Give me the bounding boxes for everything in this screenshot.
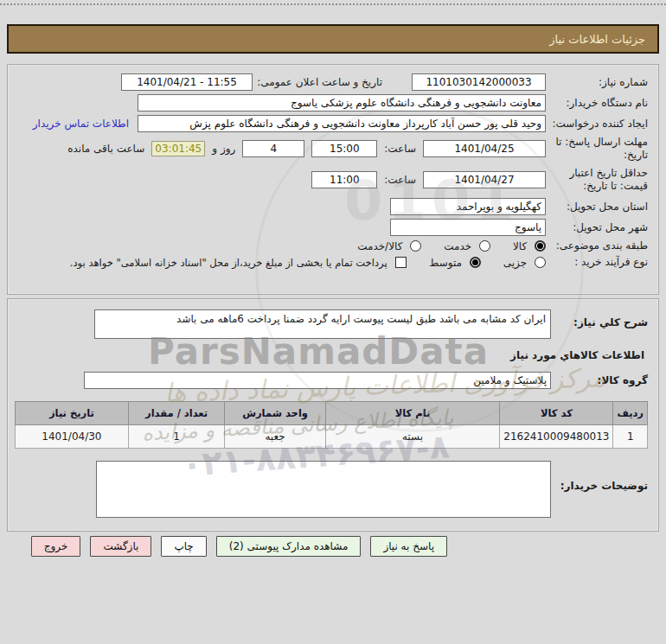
- request-creator-field[interactable]: [138, 115, 546, 132]
- radio-goods-service-icon[interactable]: [410, 240, 421, 252]
- buyer-org-label: نام دستگاه خریدار:: [546, 97, 648, 110]
- radio-minor-label: جزیی: [503, 257, 527, 269]
- row-goods-group: گروه کالا:: [18, 372, 648, 389]
- price-validity-hour-label: ساعت:: [384, 174, 416, 186]
- goods-group-field[interactable]: [84, 372, 551, 389]
- need-number-label: شماره نیاز:: [546, 76, 648, 89]
- header-quantity: تعداد / مقدار: [128, 402, 225, 425]
- process-type-label: نوع فرآیند خرید :: [546, 256, 648, 269]
- print-button[interactable]: چاپ: [161, 536, 206, 557]
- view-attached-docs-button[interactable]: مشاهده مدارک پیوستی (2): [216, 536, 362, 557]
- buyer-contact-link[interactable]: اطلاعات تماس خریدار: [33, 118, 129, 130]
- cell-need-date: 1401/04/30: [16, 425, 129, 449]
- response-deadline-time-field[interactable]: [311, 140, 377, 157]
- action-buttons: پاسخ به نیاز مشاهده مدارک پیوستی (2) چاپ…: [31, 536, 447, 557]
- days-remaining-field[interactable]: [242, 140, 304, 157]
- goods-group-label: گروه کالا:: [551, 374, 648, 386]
- row-process-type: نوع فرآیند خرید : جزیی متوسط پرداخت تمام…: [18, 256, 648, 269]
- buyer-notes-field[interactable]: [96, 461, 551, 518]
- price-validity-label: حداقل تاریخ اعتبار قیمت: تا تاریخ:: [546, 167, 648, 193]
- delivery-city-label: شهر محل تحویل:: [546, 221, 648, 234]
- exit-button[interactable]: خروج: [31, 536, 81, 557]
- cell-goods-code: 2162410009480013: [500, 425, 613, 449]
- row-buyer-notes: توضیحات خریدار:: [18, 461, 648, 518]
- radio-service-label: خدمت: [444, 240, 471, 252]
- radio-medium-label: متوسط: [429, 257, 462, 269]
- radio-goods-label: کالا: [513, 240, 527, 252]
- row-request-creator: ایجاد کننده درخواست: اطلاعات تماس خریدار: [18, 115, 648, 132]
- treasury-checkbox-label: پرداخت تمام یا بخشی از مبلغ خرید،از محل …: [70, 257, 387, 269]
- radio-goods-service-label: کالا/خدمت: [357, 240, 402, 252]
- goods-section-heading: اطلاعات کالاهاي مورد نیاز: [18, 349, 644, 361]
- header-row-number: ردیف: [613, 402, 648, 425]
- row-buyer-org: نام دستگاه خریدار:: [18, 94, 648, 112]
- row-delivery-province: استان محل تحویل:: [18, 198, 648, 215]
- radio-service-icon[interactable]: [479, 240, 490, 252]
- countdown-timer: 03:01:45: [151, 141, 205, 156]
- header-goods-code: کد کالا: [500, 402, 613, 425]
- response-deadline-label: مهلت ارسال پاسخ: تا تاریخ:: [546, 136, 648, 162]
- need-info-panel: شماره نیاز: تاریخ و ساعت اعلان عمومی: نا…: [7, 64, 659, 295]
- row-need-number: شماره نیاز: تاریخ و ساعت اعلان عمومی:: [18, 73, 648, 91]
- cell-row-number: 1: [613, 425, 648, 449]
- subject-class-label: طبقه بندی موضوعی:: [546, 239, 648, 252]
- price-validity-date-field[interactable]: [423, 171, 546, 188]
- process-type-option-minor[interactable]: جزیی: [503, 257, 546, 269]
- top-dotted-divider: [0, 3, 666, 5]
- price-validity-time-field[interactable]: [311, 171, 377, 188]
- header-goods-name: نام کالا: [325, 402, 500, 425]
- buyer-org-field[interactable]: [138, 94, 546, 112]
- back-button[interactable]: بازگشت: [90, 536, 151, 557]
- goods-table-header-row: ردیف کد کالا نام کالا واحد شمارش تعداد /…: [16, 402, 648, 425]
- row-delivery-city: شهر محل تحویل:: [18, 219, 648, 236]
- request-creator-label: ایجاد کننده درخواست:: [546, 118, 648, 131]
- row-price-validity: حداقل تاریخ اعتبار قیمت: تا تاریخ: ساعت:: [18, 167, 648, 193]
- treasury-checkbox-group[interactable]: پرداخت تمام یا بخشی از مبلغ خرید،از محل …: [70, 257, 407, 269]
- need-detail-panel: شرح کلي نياز: ایران کد مشابه می باشد طبق…: [7, 298, 659, 532]
- title-bar: جزئیات اطلاعات نیاز: [7, 24, 659, 54]
- need-desc-field[interactable]: ایران کد مشابه می باشد طبق لیست پیوست ار…: [94, 309, 551, 339]
- buyer-notes-label: توضیحات خریدار:: [551, 461, 648, 492]
- need-desc-label: شرح کلي نياز:: [551, 309, 648, 328]
- reply-to-need-button[interactable]: پاسخ به نیاز: [370, 536, 447, 557]
- need-details-page: { "header": { "title": "جزئیات اطلاعات ن…: [0, 0, 666, 644]
- delivery-province-label: استان محل تحویل:: [546, 201, 648, 214]
- header-need-date: تاریخ نیاز: [16, 402, 129, 425]
- delivery-province-field[interactable]: [390, 198, 546, 215]
- announce-datetime-label: تاریخ و ساعت اعلان عمومی:: [253, 76, 382, 88]
- delivery-city-field[interactable]: [390, 219, 546, 236]
- table-row: 1 2162410009480013 بسته جعبه 1 1401/04/3…: [16, 425, 648, 449]
- row-subject-class: طبقه بندی موضوعی: کالا خدمت کالا/خدمت: [18, 239, 648, 252]
- goods-table: ردیف کد کالا نام کالا واحد شمارش تعداد /…: [15, 401, 648, 449]
- subject-class-option-goods-service[interactable]: کالا/خدمت: [357, 240, 421, 252]
- cell-goods-name: بسته: [325, 425, 500, 449]
- radio-goods-icon[interactable]: [535, 240, 546, 252]
- countdown-suffix-label: ساعت باقی مانده: [67, 143, 144, 155]
- subject-class-option-service[interactable]: خدمت: [444, 240, 490, 252]
- cell-quantity: 1: [128, 425, 225, 449]
- radio-medium-icon[interactable]: [470, 257, 481, 268]
- header-count-unit: واحد شمارش: [225, 402, 325, 425]
- need-number-field[interactable]: [412, 73, 546, 91]
- page-title: جزئیات اطلاعات نیاز: [549, 33, 645, 46]
- treasury-checkbox-icon[interactable]: [395, 257, 407, 268]
- days-suffix-label: روز و: [212, 143, 235, 155]
- cell-count-unit: جعبه: [225, 425, 325, 449]
- announce-datetime-field[interactable]: [121, 73, 253, 91]
- radio-minor-icon[interactable]: [535, 257, 546, 268]
- row-need-desc: شرح کلي نياز: ایران کد مشابه می باشد طبق…: [18, 309, 648, 339]
- subject-class-option-goods[interactable]: کالا: [513, 240, 546, 252]
- row-response-deadline: مهلت ارسال پاسخ: تا تاریخ: ساعت: روز و 0…: [18, 136, 648, 162]
- process-type-option-medium[interactable]: متوسط: [429, 257, 481, 269]
- response-deadline-hour-label: ساعت:: [384, 143, 416, 155]
- response-deadline-date-field[interactable]: [423, 140, 546, 157]
